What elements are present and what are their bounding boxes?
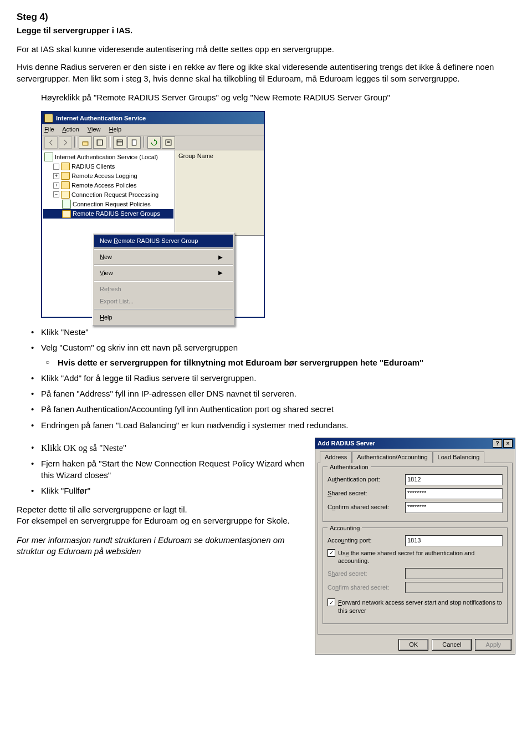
mmc-menubar: File Action View Help (42, 124, 264, 135)
folder-open-icon (61, 191, 70, 199)
tree-remote-access-policies[interactable]: +Remote Access Policies (43, 181, 173, 190)
ctx-new[interactable]: New▶ (94, 251, 233, 263)
dialog-body: Authentication Authentication port: 1812… (318, 463, 513, 635)
toolbar-separator (74, 136, 76, 148)
folder-icon (61, 172, 70, 180)
toolbar-btn-4[interactable] (127, 136, 141, 149)
ok-button[interactable]: OK (398, 639, 428, 651)
same-secret-checkbox[interactable]: ✓ (328, 549, 335, 557)
sub-bullet-item: Hvis dette er servergruppen for tilknytn… (58, 357, 515, 368)
step-subheading: Legge til servergrupper i IAS. (17, 25, 515, 36)
acct-legend: Accounting (328, 524, 362, 532)
menu-help[interactable]: Help (109, 126, 122, 133)
policy-icon (62, 200, 71, 209)
tree-radius-clients[interactable]: RADIUS Clients (43, 162, 173, 171)
server-icon (44, 153, 53, 161)
acct-confirm-input (405, 582, 503, 593)
svg-rect-1 (97, 140, 103, 145)
ctx-separator (94, 248, 233, 250)
intro-para-2: Hvis denne Radius serveren er den siste … (17, 62, 515, 84)
dialog-button-row: OK Cancel Apply (315, 637, 515, 654)
auth-secret-input[interactable]: ******** (405, 488, 503, 499)
expand-icon[interactable]: + (53, 173, 59, 179)
same-secret-label: Use the same shared secret for authentic… (338, 549, 503, 566)
ctx-view[interactable]: View▶ (94, 267, 233, 280)
tree-remote-radius-server-groups[interactable]: Remote RADIUS Server Groups (43, 209, 173, 219)
auth-port-input[interactable]: 1812 (405, 474, 503, 485)
bullet-item: Klikk "Neste" (41, 327, 515, 338)
auth-port-label: Authentication port: (328, 475, 405, 484)
app-icon (44, 114, 53, 123)
auth-legend: Authentication (328, 463, 371, 471)
bullet-item: Klikk "Add" for å legge til Radius serve… (41, 373, 515, 384)
cancel-button[interactable]: Cancel (432, 639, 472, 651)
forward-notifications-checkbox[interactable]: ✓ (328, 598, 335, 606)
acct-groupbox: Accounting Accounting port: 1813 ✓ Use t… (323, 527, 508, 624)
tree-connection-request-processing[interactable]: −Connection Request Processing (43, 190, 173, 200)
acct-secret-input (405, 568, 503, 579)
svg-rect-4 (132, 140, 136, 145)
tree-remote-access-logging[interactable]: +Remote Access Logging (43, 171, 173, 181)
submenu-arrow-icon: ▶ (218, 269, 223, 277)
menu-file[interactable]: File (44, 126, 54, 133)
back-button (44, 136, 58, 149)
toolbar-separator (109, 136, 111, 148)
ctx-help[interactable]: Help (94, 311, 233, 324)
forward-notifications-label: Forward network access server start and … (338, 598, 503, 615)
tab-address[interactable]: Address (320, 451, 352, 463)
outro-line-2: For eksempel en servergruppe for Eduroam… (17, 516, 290, 525)
dialog-titlebar: Add RADIUS Server ? × (315, 438, 515, 449)
instruction-text: Høyreklikk på "Remote RADIUS Server Grou… (41, 92, 515, 103)
tab-load-balancing[interactable]: Load Balancing (433, 451, 485, 463)
expand-icon[interactable]: + (53, 182, 59, 189)
help-button[interactable]: ? (493, 439, 502, 448)
ctx-new-remote-radius-server-group[interactable]: New Remote RADIUS Server Group (94, 235, 233, 247)
add-radius-server-dialog: Add RADIUS Server ? × Address Authentica… (315, 438, 515, 654)
step-heading: Steg 4) (17, 11, 515, 24)
toolbar-btn-2[interactable] (93, 136, 106, 149)
folder-open-icon (62, 210, 71, 218)
context-menu: New Remote RADIUS Server Group New▶ View… (92, 232, 235, 326)
ctx-separator (94, 281, 233, 282)
close-button[interactable]: × (503, 439, 513, 448)
auth-confirm-input[interactable]: ******** (405, 502, 503, 513)
collapse-icon[interactable] (53, 164, 59, 170)
folder-icon (61, 181, 70, 189)
intro-para-1: For at IAS skal kunne videresende autent… (17, 44, 515, 55)
ctx-refresh[interactable]: Refresh (94, 283, 233, 296)
acct-secret-label: Shared secret: (328, 570, 405, 578)
toolbar-separator (143, 136, 145, 148)
bullet-item: Klikk OK og så "Neste" (41, 442, 309, 454)
tree-connection-request-policies[interactable]: Connection Request Policies (43, 199, 173, 209)
outro-more-info: For mer informasjon rundt strukturen i E… (17, 535, 285, 556)
dialog-title-text: Add RADIUS Server (318, 439, 375, 448)
menu-action[interactable]: Action (62, 126, 79, 133)
svg-rect-2 (117, 140, 122, 145)
apply-button[interactable]: Apply (475, 639, 511, 651)
collapse-icon[interactable]: − (53, 191, 59, 197)
bullet-item: På fanen Authentication/Accounting fyll … (41, 404, 515, 415)
acct-port-input[interactable]: 1813 (405, 535, 503, 546)
bullet-item: Klikk "Fullfør" (41, 485, 309, 496)
toolbar-btn-6[interactable] (162, 136, 175, 149)
acct-port-label: Accounting port: (328, 536, 405, 545)
tree-root[interactable]: Internet Authentication Service (Local) (43, 152, 173, 162)
acct-confirm-label: Confirm shared secret: (328, 584, 405, 592)
step-bullet-list: Klikk "Neste" Velg "Custom" og skriv inn… (17, 327, 515, 431)
outro-line-1: Repeter dette til alle servergruppene er… (17, 505, 187, 514)
bullet-item: Fjern haken på "Start the New Connection… (41, 458, 309, 481)
toolbar-btn-3[interactable] (113, 136, 126, 149)
submenu-arrow-icon: ▶ (218, 253, 223, 261)
up-button[interactable] (79, 136, 92, 149)
mmc-window: Internet Authentication Service File Act… (41, 111, 265, 318)
tab-auth-accounting[interactable]: Authentication/Accounting (352, 451, 432, 463)
menu-view[interactable]: View (88, 126, 101, 133)
forward-button (59, 136, 72, 149)
ctx-export-list[interactable]: Export List... (94, 295, 233, 308)
bullet-item: Velg "Custom" og skriv inn ett navn på s… (41, 342, 515, 368)
list-column-header[interactable]: Group Name (175, 150, 264, 236)
refresh-button[interactable] (147, 136, 161, 149)
bullet-item: Endringen på fanen "Load Balancing" er k… (41, 420, 515, 431)
auth-groupbox: Authentication Authentication port: 1812… (323, 466, 508, 522)
mmc-titlebar: Internet Authentication Service (42, 112, 264, 124)
